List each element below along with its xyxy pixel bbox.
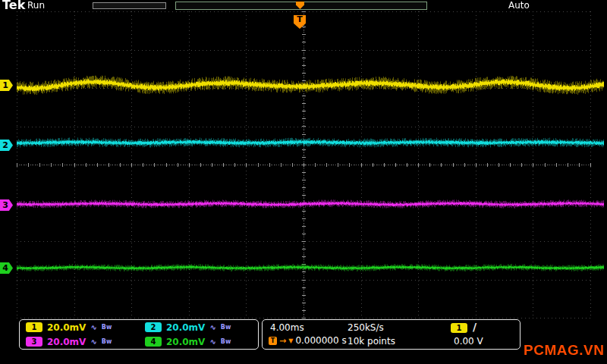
ch2-badge: 2 <box>145 322 162 332</box>
ac-coupling-icon: ∿ <box>90 337 96 346</box>
ch2-scale: 20.0mV <box>166 322 205 333</box>
ch2-readout: 2 20.0mV ∿ Bw <box>139 320 258 334</box>
record-view-bar-secondary <box>93 2 166 9</box>
tek-logo: Tek <box>2 0 25 12</box>
record-length-readout: 10k points <box>348 336 395 347</box>
acquisition-status: Run <box>27 0 45 11</box>
bandwidth-limit-icon: Bw <box>102 324 112 331</box>
timebase-readout: 4.00ms <box>270 322 304 333</box>
bandwidth-limit-icon: Bw <box>221 338 231 345</box>
oscilloscope-screen: Tek Run Auto T 1 2 3 4 1 20.0mV ∿ Bw 2 2… <box>0 0 607 364</box>
rising-edge-icon: / <box>473 321 476 333</box>
horizontal-trigger-readout: 4.00ms 250kS/s 1 / T → ▼ 0.000000 s 10k … <box>262 319 521 350</box>
trigger-marker-icon: T <box>269 337 277 345</box>
bandwidth-limit-icon: Bw <box>102 338 112 345</box>
ch1-readout: 1 20.0mV ∿ Bw <box>20 320 139 334</box>
ac-coupling-icon: ∿ <box>90 323 96 331</box>
trigger-position-value: 0.000000 s <box>295 335 346 346</box>
ch4-scale: 20.0mV <box>166 337 205 347</box>
sample-rate-readout: 250kS/s <box>348 322 384 333</box>
ch4-badge: 4 <box>145 337 162 347</box>
trigger-pointer-icon: ▼ <box>288 337 293 344</box>
bandwidth-limit-icon: Bw <box>221 324 231 331</box>
trigger-position-readout: T → ▼ 0.000000 s <box>269 335 347 346</box>
channel-readouts: 1 20.0mV ∿ Bw 2 20.0mV ∿ Bw 3 20.0mV ∿ B… <box>19 319 259 350</box>
trigger-source-badge: 1 <box>451 323 467 333</box>
ch4-readout: 4 20.0mV ∿ Bw <box>139 334 258 349</box>
ac-coupling-icon: ∿ <box>209 337 215 346</box>
ch1-scale: 20.0mV <box>47 322 86 333</box>
watermark: PCMAG.VN <box>524 342 604 359</box>
arrow-right-icon: → <box>279 336 286 346</box>
waveform-display <box>0 0 607 364</box>
trigger-mode-status: Auto <box>508 0 530 11</box>
trigger-level-readout: 0.00 V <box>454 336 483 347</box>
ac-coupling-icon: ∿ <box>209 323 215 331</box>
ch3-readout: 3 20.0mV ∿ Bw <box>20 334 139 349</box>
ch3-badge: 3 <box>26 337 42 347</box>
ch1-badge: 1 <box>26 322 42 332</box>
ch3-scale: 20.0mV <box>47 337 86 347</box>
